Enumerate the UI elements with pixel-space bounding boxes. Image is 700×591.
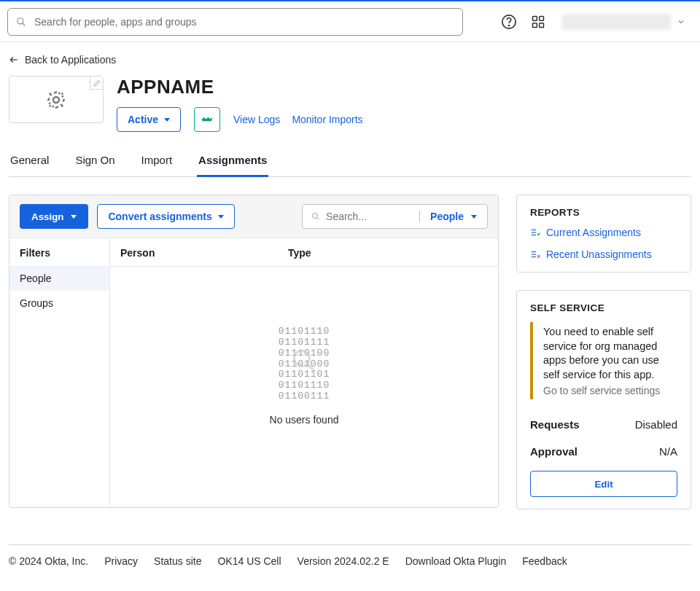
global-search-input[interactable] xyxy=(7,8,463,36)
list-remove-icon xyxy=(530,249,540,259)
assignments-scope-dropdown[interactable]: People xyxy=(419,211,487,222)
self-service-message: You need to enable self service for org … xyxy=(543,325,677,382)
footer-link-download-plugin[interactable]: Download Okta Plugin xyxy=(405,555,507,567)
svg-point-3 xyxy=(508,25,509,26)
assignments-scope-label: People xyxy=(430,211,464,222)
self-service-warning: You need to enable self service for org … xyxy=(530,322,677,399)
svg-point-13 xyxy=(294,351,309,366)
connector-health-button[interactable] xyxy=(194,107,220,132)
tab-general[interactable]: General xyxy=(9,148,50,176)
svg-line-14 xyxy=(307,364,315,372)
convert-assignments-label: Convert assignments xyxy=(108,211,211,222)
svg-line-12 xyxy=(317,217,319,219)
footer-link-feedback[interactable]: Feedback xyxy=(522,555,567,567)
requests-label: Requests xyxy=(530,418,580,431)
footer-copyright: © 2024 Okta, Inc. xyxy=(9,555,88,567)
chevron-down-icon xyxy=(164,118,170,122)
self-service-title: SELF SERVICE xyxy=(530,302,677,313)
assign-button-label: Assign xyxy=(31,211,63,222)
chevron-down-icon xyxy=(677,17,685,26)
column-person: Person xyxy=(120,247,288,259)
tab-signon[interactable]: Sign On xyxy=(74,148,116,176)
assignments-search-input[interactable] xyxy=(326,211,411,222)
filters-sidebar: Filters People Groups xyxy=(9,238,110,507)
arrow-left-icon xyxy=(9,55,19,65)
back-to-applications-label: Back to Applications xyxy=(25,54,116,66)
user-menu[interactable]: username@example xyxy=(558,11,690,33)
empty-state: 01101110 01101111 01110100 01101000 0110… xyxy=(110,267,498,507)
status-label: Active xyxy=(128,114,158,125)
svg-rect-7 xyxy=(539,23,543,28)
app-title: APPNAME xyxy=(117,76,363,98)
footer-link-cell[interactable]: OK14 US Cell xyxy=(217,555,281,567)
assignments-panel: Assign Convert assignments People xyxy=(9,195,499,508)
chevron-down-icon xyxy=(218,215,224,219)
filter-people[interactable]: People xyxy=(9,266,109,291)
status-dropdown[interactable]: Active xyxy=(117,107,181,132)
self-service-edit-button[interactable]: Edit xyxy=(530,471,677,497)
empty-state-message: No users found xyxy=(270,414,339,426)
view-logs-link[interactable]: View Logs xyxy=(233,114,280,125)
search-icon xyxy=(16,17,26,27)
svg-point-9 xyxy=(53,97,59,103)
svg-line-1 xyxy=(23,23,26,26)
approval-label: Approval xyxy=(530,445,578,458)
search-icon xyxy=(311,211,320,222)
assignments-search: People xyxy=(302,204,488,229)
assignments-table: Person Type 01101110 01101111 01110100 0… xyxy=(110,238,498,507)
footer-link-version[interactable]: Version 2024.02.2 E xyxy=(298,555,389,567)
gear-icon xyxy=(45,89,67,111)
edit-avatar-button[interactable] xyxy=(90,77,103,90)
filter-groups[interactable]: Groups xyxy=(9,291,109,316)
reports-card: REPORTS Current Assignments Recent Unass… xyxy=(516,195,691,273)
pencil-icon xyxy=(93,79,101,87)
apps-grid-icon[interactable] xyxy=(529,12,548,31)
requests-value: Disabled xyxy=(635,418,677,431)
reports-title: REPORTS xyxy=(530,207,677,218)
report-current-assignments[interactable]: Current Assignments xyxy=(530,227,677,238)
svg-point-10 xyxy=(49,93,63,107)
footer-link-privacy[interactable]: Privacy xyxy=(104,555,138,567)
report-recent-unassignments[interactable]: Recent Unassignments xyxy=(530,248,677,260)
monitor-imports-link[interactable]: Monitor Imports xyxy=(292,114,362,125)
empty-state-art: 01101110 01101111 01110100 01101000 0110… xyxy=(279,326,330,403)
assign-button[interactable]: Assign xyxy=(20,204,88,229)
convert-assignments-button[interactable]: Convert assignments xyxy=(97,204,234,229)
chevron-down-icon xyxy=(71,215,77,219)
assignments-action-bar: Assign Convert assignments People xyxy=(9,195,498,238)
back-to-applications[interactable]: Back to Applications xyxy=(9,54,116,66)
app-header: APPNAME Active View Logs Monitor Imports xyxy=(9,76,691,132)
app-avatar xyxy=(9,76,104,123)
svg-point-11 xyxy=(313,214,318,219)
tab-assignments[interactable]: Assignments xyxy=(197,148,268,177)
tab-import[interactable]: Import xyxy=(140,148,174,176)
self-service-settings-link[interactable]: Go to self service settings xyxy=(543,385,677,396)
svg-rect-4 xyxy=(532,17,537,21)
footer: © 2024 Okta, Inc. Privacy Status site OK… xyxy=(9,544,691,567)
self-service-card: SELF SERVICE You need to enable self ser… xyxy=(516,290,691,509)
chevron-down-icon xyxy=(471,215,477,219)
approval-value: N/A xyxy=(659,445,677,458)
user-menu-label: username@example xyxy=(562,14,671,30)
tab-bar: General Sign On Import Assignments xyxy=(9,148,691,177)
footer-link-status[interactable]: Status site xyxy=(154,555,201,567)
column-type: Type xyxy=(288,247,488,259)
svg-point-0 xyxy=(18,18,23,24)
help-icon[interactable] xyxy=(499,12,518,31)
topbar: username@example xyxy=(0,0,700,42)
svg-rect-6 xyxy=(532,23,537,28)
magnifier-icon xyxy=(291,348,317,374)
filters-title: Filters xyxy=(9,238,109,266)
global-search xyxy=(7,8,463,36)
list-icon xyxy=(530,227,540,238)
handshake-icon xyxy=(201,114,214,125)
svg-rect-5 xyxy=(539,17,543,21)
